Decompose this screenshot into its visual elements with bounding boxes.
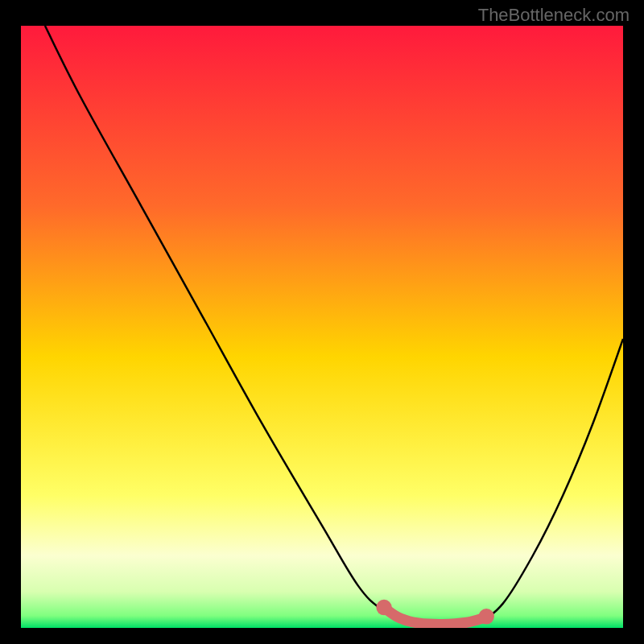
watermark-text: TheBottleneck.com <box>478 5 630 26</box>
optimal-range-endpoint-1 <box>478 609 493 624</box>
chart-container: TheBottleneck.com <box>0 0 644 644</box>
optimal-range-endpoint-0 <box>376 600 391 615</box>
chart-svg <box>21 26 623 628</box>
gradient-background <box>21 26 623 628</box>
plot-area <box>21 26 623 628</box>
